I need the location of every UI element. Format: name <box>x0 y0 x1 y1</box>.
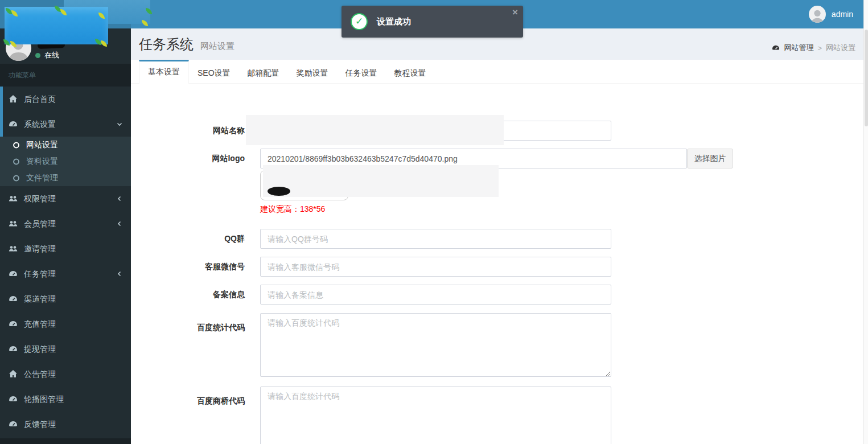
sidebar-subitem-profile-settings[interactable]: 资料设置 <box>0 153 131 170</box>
sidebar-subitem-label: 资料设置 <box>26 153 58 170</box>
breadcrumb-current: 网站设置 <box>826 43 855 53</box>
leaf-decoration <box>60 9 67 15</box>
breadcrumb-section[interactable]: 网站管理 <box>784 43 813 53</box>
sidebar-submenu-system: 网站设置 资料设置 文件管理 <box>0 137 131 186</box>
settings-panel: 基本设置 SEO设置 邮箱配置 奖励设置 任务设置 教程设置 网站名称 网站lo… <box>131 60 863 444</box>
chevron-left-icon <box>116 195 123 202</box>
circle-o-icon <box>13 141 20 149</box>
home-icon <box>9 94 18 104</box>
tab-email-config[interactable]: 邮箱配置 <box>239 60 288 84</box>
page-title: 任务系统 <box>139 35 194 54</box>
wechat-label: 客服微信号 <box>169 262 245 272</box>
sidebar-item-task-management[interactable]: 任务管理 <box>0 261 131 286</box>
toast-message: 设置成功 <box>377 6 411 38</box>
wechat-input[interactable] <box>260 257 611 277</box>
success-check-icon: ✓ <box>351 13 368 30</box>
baidu-stats-label: 百度统计代码 <box>169 323 245 333</box>
leaf-decoration <box>98 13 105 19</box>
site-logo-label: 网站logo <box>169 154 245 164</box>
toast-close-icon[interactable]: × <box>512 7 518 17</box>
baidu-bridge-textarea[interactable] <box>260 387 611 444</box>
sidebar-item-feedback-management[interactable]: 反馈管理 <box>0 412 131 437</box>
sidebar-item-member-management[interactable]: 会员管理 <box>0 211 131 236</box>
sidebar-item-recharge-management[interactable]: 充值管理 <box>0 311 131 336</box>
censored-logo-fragment <box>268 187 290 196</box>
sidebar-item-label: 充值管理 <box>24 311 56 336</box>
sidebar-item-label: 公告管理 <box>24 361 56 387</box>
sidebar-item-label: 任务管理 <box>24 261 56 286</box>
sidebar-subitem-label: 文件管理 <box>26 170 58 186</box>
sidebar-item-label: 渠道管理 <box>24 286 56 311</box>
sidebar-item-label: 邀请管理 <box>24 236 56 261</box>
tab-reward-settings[interactable]: 奖励设置 <box>288 60 337 84</box>
dashboard-icon <box>9 269 18 278</box>
qq-group-label: QQ群 <box>169 234 245 244</box>
sidebar-item-label: 会员管理 <box>24 211 56 236</box>
basic-settings-form: 网站名称 网站logo 选择图片 建议宽高：138*56 QQ群 客服微信号 备… <box>131 84 863 444</box>
online-status-label: 在线 <box>44 50 59 60</box>
sidebar-bottom-strip <box>0 438 131 444</box>
dashboard-icon <box>772 44 780 52</box>
circle-o-icon <box>13 174 20 182</box>
sidebar-item-label: 轮播图管理 <box>24 387 64 412</box>
sidebar-item-label: 提现管理 <box>24 336 56 361</box>
sidebar-item-permission-management[interactable]: 权限管理 <box>0 186 131 211</box>
users-icon <box>9 194 18 203</box>
sidebar-item-invite-management[interactable]: 邀请管理 <box>0 236 131 261</box>
leaf-decoration <box>95 39 101 45</box>
tab-task-settings[interactable]: 任务设置 <box>337 60 386 84</box>
sidebar-item-label: 权限管理 <box>24 186 56 211</box>
sidebar-item-system-settings[interactable]: 系统设置 <box>0 112 131 137</box>
dashboard-icon <box>9 120 18 129</box>
tab-basic-settings[interactable]: 基本设置 <box>139 60 189 84</box>
chevron-down-icon <box>116 121 123 128</box>
sidebar-menu: 后台首页 系统设置 网站设置 资料设置 文件管理 权限管理 <box>0 87 131 437</box>
sidebar-item-label: 系统设置 <box>24 112 56 137</box>
tab-seo-settings[interactable]: SEO设置 <box>189 60 239 84</box>
breadcrumb-separator: > <box>817 44 822 52</box>
page-subtitle: 网站设置 <box>200 41 235 52</box>
page-scrollbar[interactable] <box>863 0 868 444</box>
toast-notification: ✓ 设置成功 × <box>342 6 523 38</box>
settings-tabs: 基本设置 SEO设置 邮箱配置 奖励设置 任务设置 教程设置 <box>131 60 863 84</box>
qq-group-input[interactable] <box>260 229 611 249</box>
sidebar-item-label: 反馈管理 <box>24 412 56 437</box>
circle-o-icon <box>13 158 20 165</box>
scrollbar-thumb[interactable] <box>865 30 868 126</box>
users-icon <box>9 219 18 228</box>
sidebar-item-carousel-management[interactable]: 轮播图管理 <box>0 387 131 412</box>
sidebar-item-withdraw-management[interactable]: 提现管理 <box>0 336 131 361</box>
dashboard-icon <box>9 394 18 404</box>
tab-tutorial-settings[interactable]: 教程设置 <box>386 60 435 84</box>
baidu-stats-textarea[interactable] <box>260 313 611 377</box>
logo-size-hint: 建议宽高：138*56 <box>260 204 325 215</box>
leaf-decoration <box>11 10 18 17</box>
dashboard-icon <box>9 420 18 429</box>
username-label: admin <box>832 10 853 19</box>
sidebar-item-dashboard-home[interactable]: 后台首页 <box>0 87 131 112</box>
sidebar-menu-header: 功能菜单 <box>0 64 131 87</box>
chevron-left-icon <box>116 220 123 227</box>
online-status-dot <box>35 53 40 58</box>
censored-region <box>5 7 108 44</box>
home-icon <box>9 369 18 379</box>
sidebar-subitem-file-management[interactable]: 文件管理 <box>0 170 131 186</box>
censored-region <box>263 165 499 197</box>
user-avatar-icon <box>809 6 826 23</box>
sidebar: 在线 功能菜单 后台首页 系统设置 网站设置 资料设置 文件管理 <box>0 28 131 444</box>
site-name-label: 网站名称 <box>169 126 245 136</box>
sidebar-item-label: 后台首页 <box>24 87 56 112</box>
sidebar-subitem-site-settings[interactable]: 网站设置 <box>0 137 131 153</box>
icp-label: 备案信息 <box>169 290 245 300</box>
sidebar-item-announcement-management[interactable]: 公告管理 <box>0 361 131 387</box>
sidebar-item-channel-management[interactable]: 渠道管理 <box>0 286 131 311</box>
icp-input[interactable] <box>260 285 611 305</box>
censored-region <box>246 115 504 145</box>
user-menu[interactable]: admin <box>809 0 853 28</box>
users-icon <box>9 244 18 253</box>
baidu-bridge-label: 百度商桥代码 <box>169 396 245 406</box>
dashboard-icon <box>9 344 18 353</box>
dashboard-icon <box>9 319 18 328</box>
sidebar-subitem-label: 网站设置 <box>26 137 58 153</box>
choose-image-button[interactable]: 选择图片 <box>687 149 733 168</box>
